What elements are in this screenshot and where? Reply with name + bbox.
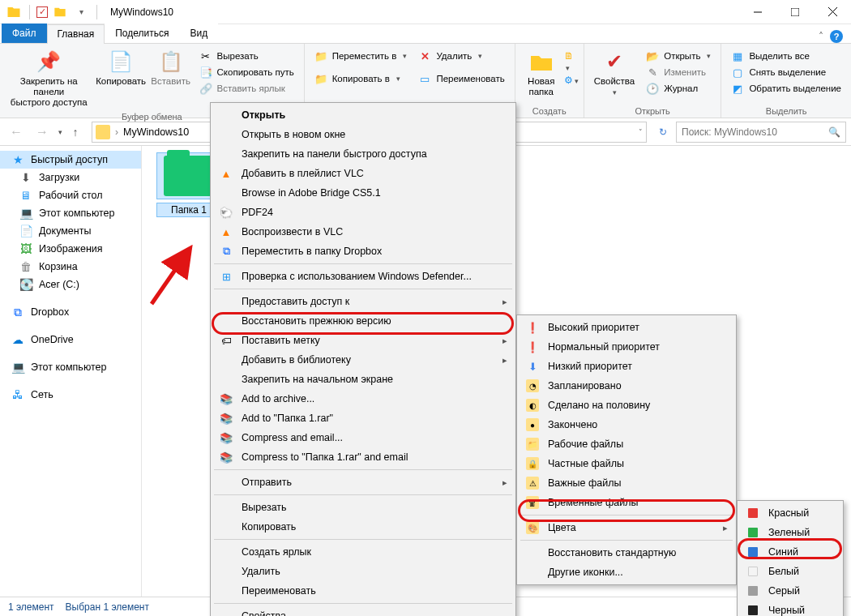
history-dropdown[interactable]: ▾ xyxy=(58,128,62,136)
refresh-button[interactable]: ↻ xyxy=(653,122,673,143)
ctx-open-new[interactable]: Открыть в новом окне xyxy=(212,125,514,144)
tab-home[interactable]: Главная xyxy=(47,24,105,44)
color-gray[interactable]: Серый xyxy=(739,581,841,601)
invert-selection-button[interactable]: ◩Обратить выделение xyxy=(726,81,846,96)
select-all-button[interactable]: ▦Выделить все xyxy=(726,49,846,63)
ctx-sendto[interactable]: Отправить▸ xyxy=(212,473,514,492)
tag-temp[interactable]: 🗑Временные файлы xyxy=(519,493,734,512)
sidebar-network[interactable]: 🖧Сеть xyxy=(0,386,141,404)
ctx-pin-start[interactable]: Закрепить на начальном экране xyxy=(212,370,514,389)
ctx-shortcut[interactable]: Создать ярлык xyxy=(212,542,514,562)
tag-hi-priority[interactable]: ❗Высокий приоритет xyxy=(519,318,734,337)
ribbon-collapse-icon[interactable]: ˄ xyxy=(819,31,823,42)
pin-quick-access-button[interactable]: 📌 Закрепить на панели быстрого доступа xyxy=(5,47,92,110)
tag-half[interactable]: ◐Сделано на половину xyxy=(519,396,734,415)
sidebar-acer-c[interactable]: 💽Acer (C:) xyxy=(0,276,141,293)
tag-other-icons[interactable]: Другие иконки... xyxy=(519,563,734,582)
easy-access-icon[interactable]: ⚙▾ xyxy=(564,75,579,86)
tab-file[interactable]: Файл xyxy=(2,24,47,43)
ctx-properties[interactable]: Свойства xyxy=(212,606,514,616)
ctx-open[interactable]: Открыть xyxy=(212,105,514,125)
ctx-pin-quick[interactable]: Закрепить на панели быстрого доступа xyxy=(212,144,514,164)
sidebar-desktop[interactable]: 🖥Рабочий стол xyxy=(0,186,141,204)
tab-view[interactable]: Вид xyxy=(179,24,218,43)
pc-icon: 💻 xyxy=(19,207,32,220)
ctx-share[interactable]: Предоставить доступ к▸ xyxy=(212,292,514,311)
ctx-library[interactable]: Добавить в библиотеку▸ xyxy=(212,350,514,370)
color-red[interactable]: Красный xyxy=(739,503,841,523)
tag-normal-priority[interactable]: ❗Нормальный приоритет xyxy=(519,337,734,357)
sidebar-dropbox[interactable]: ⧉Dropbox xyxy=(0,303,141,321)
new-item-icon[interactable]: 🗎▾ xyxy=(564,50,579,73)
ctx-delete[interactable]: Удалить xyxy=(212,562,514,581)
back-button[interactable]: ← xyxy=(5,122,28,143)
forward-button[interactable]: → xyxy=(31,122,53,143)
ctx-defender[interactable]: ⊞Проверка с использованием Windows Defen… xyxy=(212,267,514,286)
tag-planned[interactable]: ◔Запланировано xyxy=(519,376,734,396)
sidebar-pictures[interactable]: 🖼Изображения xyxy=(0,240,141,258)
ctx-add-rar[interactable]: 📚Add to "Папка 1.rar" xyxy=(212,409,514,428)
color-blue[interactable]: Синий xyxy=(739,542,841,562)
color-green[interactable]: Зеленый xyxy=(739,523,841,542)
search-box[interactable]: 🔍 xyxy=(676,122,846,143)
select-none-button[interactable]: ▢Снять выделение xyxy=(726,65,846,79)
copy-to-button[interactable]: 📁Копировать в▾ xyxy=(310,71,413,86)
up-button[interactable]: ↑ xyxy=(66,122,85,143)
ctx-restore[interactable]: Восстановить прежнюю версию xyxy=(212,311,514,331)
tag-important[interactable]: ⚠Важные файлы xyxy=(519,473,734,493)
help-icon[interactable]: ? xyxy=(830,30,843,43)
ctx-vlc-play[interactable]: ▲Воспроизвести в VLC xyxy=(212,222,514,242)
ctx-rename[interactable]: Переименовать xyxy=(212,581,514,601)
ctx-pdf24[interactable]: 🐑PDF24 xyxy=(212,203,514,222)
address-dropdown-icon[interactable]: ˅ xyxy=(639,128,643,136)
color-white[interactable]: Белый xyxy=(739,562,841,581)
delete-button[interactable]: ✕Удалить▾ xyxy=(413,49,509,63)
tag-low-priority[interactable]: ⬇Низкий приоритет xyxy=(519,357,734,376)
tag-colors[interactable]: 🎨Цвета▸ xyxy=(519,518,734,537)
tag-restore-default[interactable]: Восстановить стандартную xyxy=(519,543,734,563)
bin-icon: 🗑 xyxy=(19,260,32,273)
rename-button[interactable]: ▭Переименовать xyxy=(413,71,509,86)
sidebar-quick-access[interactable]: ★Быстрый доступ xyxy=(0,151,141,169)
close-button[interactable] xyxy=(814,0,851,24)
cut-button[interactable]: ✂Вырезать xyxy=(195,49,299,63)
ctx-cut[interactable]: Вырезать xyxy=(212,498,514,517)
maximize-button[interactable] xyxy=(776,0,814,24)
qat-dropdown-icon[interactable]: ▾ xyxy=(72,3,90,21)
tag-private-files[interactable]: 🔒Частные файлы xyxy=(519,454,734,473)
tab-share[interactable]: Поделиться xyxy=(105,24,179,43)
ctx-compress-email[interactable]: 📚Compress and email... xyxy=(212,428,514,447)
ctx-bridge[interactable]: Browse in Adobe Bridge CS5.1 xyxy=(212,183,514,203)
ctx-vlc-add[interactable]: ▲Добавить в плейлист VLC xyxy=(212,164,514,183)
breadcrumb[interactable]: MyWindows10 xyxy=(123,126,189,138)
sidebar-thispc[interactable]: 💻Этот компьютер xyxy=(0,204,141,222)
sidebar-downloads[interactable]: ⬇Загрузки xyxy=(0,169,141,186)
sidebar-documents[interactable]: 📄Документы xyxy=(0,222,141,240)
ctx-add-archive[interactable]: 📚Add to archive... xyxy=(212,389,514,409)
history-button[interactable]: 🕑Журнал xyxy=(641,81,716,96)
open-button[interactable]: 📂Открыть▾ xyxy=(641,49,716,63)
qat-checkbox-icon[interactable]: ✓ xyxy=(36,6,48,18)
new-folder-button[interactable]: Новая папка xyxy=(520,47,562,99)
paste-button[interactable]: 📋 Вставить xyxy=(149,47,193,88)
context-menu-colors: Красный Зеленый Синий Белый Серый Черный xyxy=(737,500,844,616)
minimize-button[interactable] xyxy=(739,0,776,24)
properties-button[interactable]: ✔ Свойства▾ xyxy=(589,47,640,98)
sidebar-thispc2[interactable]: 💻Этот компьютер xyxy=(0,358,141,376)
edit-button[interactable]: ✎Изменить xyxy=(641,65,716,79)
ctx-dropbox[interactable]: ⧉Переместить в папку Dropbox xyxy=(212,242,514,261)
copy-path-button[interactable]: 📑Скопировать путь xyxy=(195,65,299,79)
copy-button[interactable]: 📄 Копировать xyxy=(94,47,147,88)
tag-work-files[interactable]: 📁Рабочие файлы xyxy=(519,434,734,454)
ctx-tag[interactable]: 🏷Поставить метку▸ xyxy=(212,331,514,350)
sidebar-onedrive[interactable]: ☁OneDrive xyxy=(0,331,141,349)
sidebar-recycle[interactable]: 🗑Корзина xyxy=(0,258,141,276)
ribbon-group-new: Новая папка 🗎▾ ⚙▾ Создать xyxy=(515,44,584,118)
color-black[interactable]: Черный xyxy=(739,601,841,616)
ctx-compress-rar-email[interactable]: 📚Compress to "Папка 1.rar" and email xyxy=(212,447,514,467)
paste-shortcut-button[interactable]: 🔗Вставить ярлык xyxy=(195,81,299,96)
tag-done[interactable]: ●Закончено xyxy=(519,415,734,434)
search-input[interactable] xyxy=(682,126,823,138)
ctx-copy[interactable]: Копировать xyxy=(212,517,514,537)
move-to-button[interactable]: 📁Переместить в▾ xyxy=(310,49,413,63)
